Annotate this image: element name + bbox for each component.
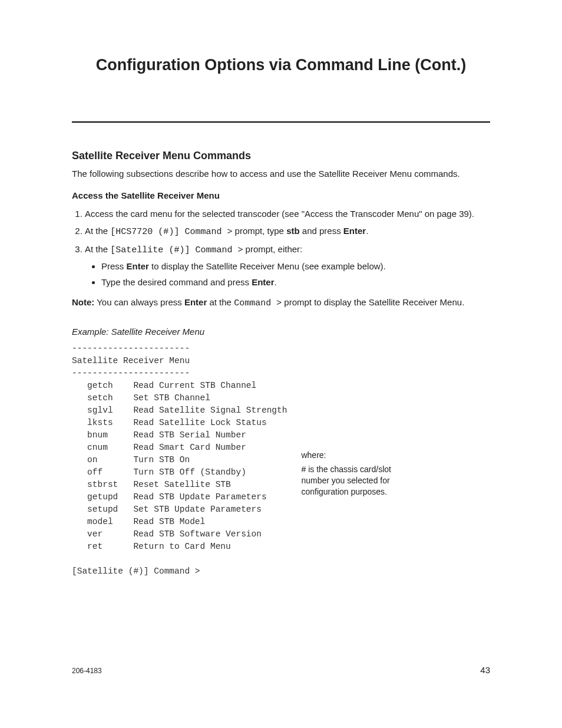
step-text: At the bbox=[85, 244, 110, 254]
annotation-box: where: # is the chassis card/slot number… bbox=[301, 450, 419, 498]
step-text: and press bbox=[300, 226, 343, 236]
bullet-text: Press bbox=[101, 261, 127, 271]
step-text: prompt, type bbox=[232, 226, 286, 236]
step-text: . bbox=[366, 226, 368, 236]
bullet-item: Press Enter to display the Satellite Rec… bbox=[101, 260, 490, 272]
menu-output: ----------------------- Satellite Receiv… bbox=[72, 342, 287, 578]
divider bbox=[72, 121, 490, 123]
step-item: Access the card menu for the selected tr… bbox=[85, 207, 490, 220]
page-footer: 206-4183 43 bbox=[72, 665, 490, 675]
note-label: Note: bbox=[72, 297, 94, 307]
step-text: Access the card menu for the selected tr… bbox=[85, 209, 474, 219]
command-name: stb bbox=[286, 226, 300, 236]
bullet-text: to display the Satellite Receiver Menu (… bbox=[149, 261, 386, 271]
step-list: Access the card menu for the selected tr… bbox=[72, 207, 490, 288]
bullet-text: . bbox=[274, 277, 276, 287]
note-text: You can always press bbox=[94, 297, 184, 307]
code-inline: [Satellite (#)] Command > bbox=[110, 245, 243, 255]
bullet-list: Press Enter to display the Satellite Rec… bbox=[85, 260, 490, 288]
note-text: at the bbox=[207, 297, 234, 307]
step-text: At the bbox=[85, 226, 110, 236]
key-name: Enter bbox=[343, 226, 366, 236]
intro-paragraph: The following subsections describe how t… bbox=[72, 168, 490, 180]
subsection-heading: Access the Satellite Receiver Menu bbox=[72, 190, 490, 200]
bullet-item: Type the desired command and press Enter… bbox=[101, 276, 490, 288]
code-inline: Command > bbox=[234, 298, 282, 308]
step-text: prompt, either: bbox=[243, 244, 302, 254]
example-label: Example: Satellite Receiver Menu bbox=[72, 327, 490, 337]
footer-page-number: 43 bbox=[480, 665, 490, 675]
annotation-text: # is the chassis card/slot number you se… bbox=[301, 464, 419, 498]
note-text: prompt to display the Satellite Receiver… bbox=[282, 297, 464, 307]
section-heading: Satellite Receiver Menu Commands bbox=[72, 150, 490, 162]
code-inline: [HCS7720 (#)] Command > bbox=[110, 227, 232, 237]
footer-doc-number: 206-4183 bbox=[72, 667, 102, 675]
annotation-where: where: bbox=[301, 450, 419, 461]
key-name: Enter bbox=[127, 261, 149, 271]
example-block: ----------------------- Satellite Receiv… bbox=[72, 342, 490, 578]
note-paragraph: Note: You can always press Enter at the … bbox=[72, 297, 490, 309]
page-title: Configuration Options via Command Line (… bbox=[72, 56, 490, 74]
key-name: Enter bbox=[252, 277, 274, 287]
key-name: Enter bbox=[184, 297, 207, 307]
bullet-text: Type the desired command and press bbox=[101, 277, 252, 287]
step-item: At the [HCS7720 (#)] Command > prompt, t… bbox=[85, 225, 490, 238]
step-item: At the [Satellite (#)] Command > prompt,… bbox=[85, 243, 490, 288]
